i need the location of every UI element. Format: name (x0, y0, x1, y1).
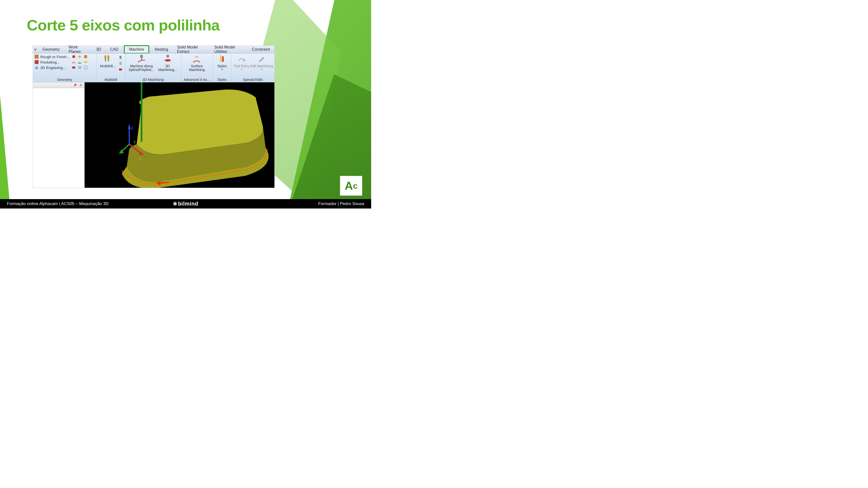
svg-rect-17 (166, 55, 169, 57)
ribbon-group-styles: Styles ▾ Styles (213, 54, 231, 82)
multidrill-label: Multidrill... (100, 64, 116, 68)
mini-icon[interactable] (78, 65, 82, 70)
svg-rect-7 (80, 66, 81, 67)
mini-icon[interactable] (78, 55, 82, 59)
footer-left: Formação online Alphacam | ACS05 – Maqui… (7, 201, 108, 206)
svg-point-20 (243, 59, 245, 61)
edit-mach-icon (257, 55, 266, 63)
tool-entry-button[interactable]: Tool Entry ▾ (233, 55, 250, 71)
ribbon-group-geometry: Rough or Finish... Pocketing... (33, 54, 97, 82)
svg-rect-14 (120, 62, 122, 65)
group-label: Special Edits (243, 77, 263, 82)
group-label: Multidrill (104, 77, 117, 82)
tab-view[interactable]: v (33, 46, 38, 53)
group-label: Styles (217, 77, 227, 82)
tool-entry-icon (237, 55, 246, 63)
svg-rect-5 (72, 67, 75, 68)
svg-rect-15 (119, 68, 122, 70)
svg-rect-12 (107, 56, 110, 59)
machine-along-spline-button[interactable]: Machine Along Spline/Polyline... (127, 55, 156, 72)
tool-entry-label: Tool Entry (234, 64, 249, 68)
tab-constraint[interactable]: Constraint (247, 46, 274, 53)
app-screenshot: v Geometry Work Planes 3D CAD Machine Ne… (33, 45, 275, 188)
geometry-items: Rough or Finish... Pocketing... (34, 55, 69, 70)
3d-viewport[interactable]: z y x (85, 83, 274, 188)
svg-rect-8 (79, 68, 80, 69)
multidrill-button[interactable]: Multidrill... (99, 55, 117, 72)
pocketing-button[interactable]: Pocketing... (34, 60, 60, 64)
mini-icon[interactable] (118, 56, 123, 60)
svg-rect-18 (220, 56, 222, 62)
rough-or-finish-button[interactable]: Rough or Finish... (34, 55, 69, 59)
alphacam-logo: Ac (340, 176, 362, 196)
styles-label: Styles (217, 64, 227, 68)
3d-mach-icon (163, 55, 173, 63)
svg-rect-13 (120, 56, 122, 59)
slide: Corte 5 eixos com polilinha v Geometry W… (0, 0, 371, 208)
tab-3d[interactable]: 3D (92, 46, 105, 53)
svg-rect-6 (79, 66, 80, 67)
dropdown-icon: ▾ (261, 68, 262, 71)
mini-icon[interactable] (118, 61, 123, 66)
edit-mach-label: Edit Machining (250, 64, 273, 68)
svg-point-4 (84, 61, 87, 63)
engrave-label: 3D Engraving... (40, 66, 66, 70)
surface-machining-button[interactable]: Surface Machining (183, 55, 210, 72)
footer-brand: ✻bilmind (173, 201, 198, 207)
tab-nesting[interactable]: Nesting (150, 46, 173, 53)
mini-icon[interactable] (118, 67, 123, 72)
ribbon-group-special-edits: Tool Entry ▾ Edit Machining ▾ Special Ed… (231, 54, 274, 82)
logo-a: A (345, 179, 353, 192)
surface-label: Surface Machining (183, 64, 210, 72)
svg-rect-9 (80, 68, 81, 69)
svg-text:x: x (139, 157, 141, 161)
page-title: Corte 5 eixos com polilinha (27, 16, 219, 34)
footer-right: Formador | Pedro Sousa (318, 201, 364, 206)
group-label: 3D Machining (143, 77, 164, 82)
tab-cad[interactable]: CAD (106, 46, 123, 53)
ribbon-group-3d-machining: Machine Along Spline/Polyline... 3D Mach… (125, 54, 181, 82)
3d-mach-label: 3D Machining... (156, 64, 179, 72)
mini-icon[interactable] (83, 60, 88, 64)
edit-machining-button[interactable]: Edit Machining ▾ (250, 55, 273, 71)
mini-icon[interactable] (78, 60, 82, 64)
snowflake-icon: ✻ (173, 201, 178, 206)
footer-bar: Formação online Alphacam | ACS05 – Maqui… (0, 199, 371, 208)
mini-icon[interactable] (83, 65, 88, 70)
mini-icon[interactable] (83, 55, 88, 59)
multidrill-icon (103, 55, 113, 63)
group-label: Geometry (57, 77, 72, 82)
svg-rect-10 (84, 66, 87, 69)
mini-icon[interactable] (71, 60, 76, 64)
svg-point-2 (72, 55, 75, 58)
logo-c: c (353, 181, 358, 191)
side-panel: 📌 ✕ (33, 83, 85, 188)
rough-icon (34, 55, 39, 59)
decor-triangle (0, 11, 17, 199)
surface-icon (192, 55, 202, 63)
svg-rect-19 (222, 56, 224, 62)
pocket-label: Pocketing... (40, 60, 60, 64)
close-icon[interactable]: ✕ (80, 83, 83, 87)
rough-label: Rough or Finish... (40, 55, 69, 59)
tab-solid-utilities[interactable]: Solid Model Utilities (210, 46, 247, 53)
svg-text:y: y (134, 139, 135, 143)
ribbon-group-multidrill: Multidrill... Multidrill (97, 54, 125, 82)
work-area: 📌 ✕ (33, 83, 274, 188)
tab-machine[interactable]: Machine (124, 45, 149, 54)
spline-icon (136, 55, 147, 63)
tab-solid-extract[interactable]: Solid Model Extract (173, 46, 210, 53)
mini-icon[interactable] (71, 65, 76, 70)
3d-machining-button[interactable]: 3D Machining... (156, 55, 179, 72)
viewport-svg: z y x (85, 83, 274, 188)
styles-button[interactable]: Styles ▾ (215, 55, 229, 71)
3d-engraving-button[interactable]: 3D Engraving... (34, 65, 66, 70)
mini-icon[interactable] (71, 55, 76, 59)
spline-label: Machine Along Spline/Polyline... (127, 64, 156, 72)
tab-geometry[interactable]: Geometry (38, 46, 64, 53)
svg-rect-0 (35, 55, 38, 58)
ribbon-tab-strip: v Geometry Work Planes 3D CAD Machine Ne… (33, 46, 274, 54)
tab-work-planes[interactable]: Work Planes (64, 46, 92, 53)
svg-rect-16 (140, 55, 143, 58)
pin-icon[interactable]: 📌 (73, 83, 77, 87)
